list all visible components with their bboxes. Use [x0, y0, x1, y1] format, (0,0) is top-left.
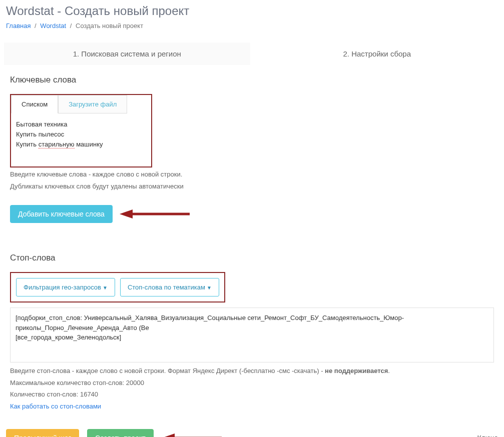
add-keywords-button[interactable]: Добавить ключевые слова: [10, 205, 113, 223]
chevron-down-icon: ▼: [207, 285, 212, 290]
svg-marker-3: [162, 434, 175, 437]
breadcrumb: Главная / Wordstat / Создать новый проек…: [0, 20, 504, 36]
chevron-down-icon: ▼: [103, 285, 108, 290]
page-title: Wordstat - Создать новый проект: [0, 0, 504, 20]
footer-bar: Предыдущий шаг Создать проект Ключе: [0, 421, 504, 437]
keyword-line: Купить старильную машинку: [16, 140, 146, 150]
geo-filter-dropdown[interactable]: Фильтрация гео-запросов▼: [16, 278, 115, 296]
breadcrumb-sep: /: [70, 22, 72, 30]
arrow-icon: [162, 432, 222, 437]
stopwords-highlight-box: Фильтрация гео-запросов▼ Стоп-слова по т…: [10, 272, 225, 302]
breadcrumb-current: Создать новый проект: [76, 22, 143, 30]
stopwords-help-2: Максимальное количество стоп-слов: 20000: [10, 378, 494, 388]
tab-step-1[interactable]: 1. Поисковая система и регион: [4, 42, 250, 65]
breadcrumb-home[interactable]: Главная: [6, 22, 31, 30]
breadcrumb-sep: /: [35, 22, 37, 30]
prev-step-button[interactable]: Предыдущий шаг: [6, 429, 79, 437]
stopwords-help-link[interactable]: Как работать со стоп-словами: [10, 402, 101, 410]
tab-list-mode[interactable]: Списком: [11, 95, 58, 114]
breadcrumb-wordstat[interactable]: Wordstat: [40, 22, 66, 30]
keywords-textarea[interactable]: Бытовая техника Купить пылесос Купить ст…: [11, 114, 151, 166]
step-tabs: 1. Поисковая система и регион 2. Настрой…: [4, 42, 500, 65]
keyword-line: Бытовая техника: [16, 120, 146, 130]
keywords-section-title: Ключевые слова: [10, 75, 494, 85]
stopwords-section-title: Стоп-слова: [10, 253, 494, 263]
keyword-line: Купить пылесос: [16, 130, 146, 140]
stopwords-topic-dropdown[interactable]: Стоп-слова по тематикам▼: [120, 278, 219, 296]
keywords-help-2: Дубликаты ключевых слов будут удалены ав…: [10, 182, 494, 192]
arrow-icon: [120, 208, 190, 220]
stopwords-help-1: Введите стоп-слова - каждое слово с ново…: [10, 366, 494, 376]
svg-marker-1: [120, 210, 133, 218]
keywords-help-1: Введите ключевые слова - каждое слово с …: [10, 170, 494, 180]
create-project-button[interactable]: Создать проект: [87, 429, 154, 437]
stopwords-help-3: Количество стоп-слов: 16740: [10, 390, 494, 400]
stopwords-textarea[interactable]: [10, 308, 494, 362]
tab-step-2[interactable]: 2. Настройки сбора: [254, 42, 500, 65]
footer-right-text: Ключе: [477, 434, 498, 437]
spell-error: старильную: [39, 140, 75, 148]
tab-upload-file[interactable]: Загрузите файл: [58, 95, 127, 114]
keywords-highlight-box: Списком Загрузите файл Бытовая техника К…: [10, 94, 152, 168]
